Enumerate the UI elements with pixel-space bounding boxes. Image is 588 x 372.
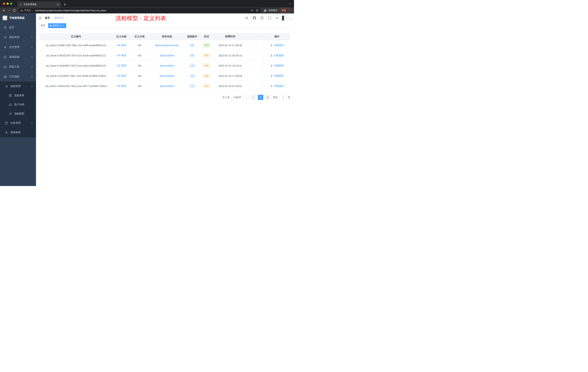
sidebar-item-process-model[interactable]: 流程模型 [0, 109, 36, 118]
reload-button[interactable] [12, 8, 17, 13]
goto-page-input[interactable] [279, 95, 287, 100]
gauge-icon [4, 26, 7, 29]
tag-close-icon[interactable] [62, 25, 64, 27]
tag-item[interactable]: 首页 [39, 23, 47, 28]
security-chip[interactable]: 不安全 [20, 9, 33, 12]
avatar-caret-icon[interactable] [290, 18, 292, 20]
sidebar-item-infra[interactable]: 基础设施 [0, 52, 36, 62]
sidebar-item-process-manage[interactable]: 流程管理 [0, 82, 36, 91]
minimize-window-button[interactable] [7, 2, 9, 5]
breadcrumb-home[interactable]: 首页 [45, 16, 50, 20]
address-bar[interactable]: 不安全 dashboard.yudao.iocoder.cn/bpm/manag… [18, 8, 261, 13]
definition-name-link[interactable]: OA 请假 [117, 64, 126, 67]
assign-rule-button[interactable]: 分配规则 [270, 54, 284, 57]
form-info-link[interactable]: /bpm/oa/flow [160, 64, 174, 67]
tag-label: 首页 [41, 24, 45, 27]
form-info-link[interactable]: /bpm/oa/flow [160, 54, 174, 57]
document-icon [9, 94, 12, 97]
form-info-link[interactable]: /bpm/oa/leave/create [155, 44, 179, 47]
definition-name-link[interactable]: OA 请假 [117, 85, 126, 88]
assign-rule-button[interactable]: 分配规则 [270, 74, 284, 77]
name-cell: OA 请假 [112, 81, 131, 91]
definition-name-link[interactable]: OA 请假 [117, 44, 126, 47]
question-icon: ? [260, 16, 264, 20]
key-icon[interactable] [251, 9, 254, 12]
form-info-link[interactable]: /bpm/oa/flow [160, 85, 174, 88]
chevron-down-icon [31, 36, 33, 38]
tab-search-chevron-icon[interactable] [289, 2, 291, 5]
assign-rule-button[interactable]: 分配规则 [270, 85, 284, 88]
column-header-id: 定义编号 [40, 33, 112, 40]
goto-prefix: 前往 [273, 96, 278, 99]
deployed_at-cell: 2022-01-22 21:48:38 [214, 40, 247, 50]
category-cell: OA [131, 71, 149, 81]
page-annotation: 流程模型 - 定义列表 [116, 15, 166, 22]
category-cell: OA [131, 61, 149, 71]
assign-rule-button[interactable]: 分配规则 [270, 44, 284, 47]
select-caret-icon [245, 97, 247, 98]
help-button[interactable]: ? [259, 15, 265, 21]
id-cell: oa_leave:2:3c1f0ef1-76b1-11ec-9c66-a2380… [40, 71, 112, 81]
next-page-button[interactable] [265, 95, 271, 100]
close-window-button[interactable] [3, 2, 5, 5]
tag-active[interactable]: 流程定义 [48, 23, 66, 28]
status-badge: 挂起 [202, 53, 210, 58]
browser-menu-icon[interactable] [287, 9, 290, 12]
goto-suffix: 页 [288, 96, 290, 99]
back-button[interactable] [1, 8, 7, 13]
browser-tab[interactable]: 芋道管理系统 [17, 1, 61, 7]
version-badge: v1 [189, 84, 195, 88]
forward-button[interactable] [7, 8, 12, 13]
form-info-link[interactable]: /bpm/oa/flow [160, 75, 174, 77]
sidebar-item-task-manage[interactable]: 任务管理 [0, 118, 36, 128]
bookmark-star-icon[interactable] [256, 9, 259, 12]
definition-name-link[interactable]: OA 请假 [117, 74, 126, 77]
name-cell: OA 请假 [112, 50, 131, 60]
fullscreen-button[interactable] [267, 15, 273, 21]
sidebar-item-label: 请假查询 [10, 131, 21, 134]
table-body: oa_leave:5:004b710b-7b8a-11ec-8ef0-acde4… [40, 40, 290, 91]
sidebar-item-payment[interactable]: ¥支付管理 [0, 42, 36, 52]
sidebar-item-leave-query[interactable]: 请假查询 [0, 128, 36, 137]
sidebar-item-label: 基础设施 [9, 55, 19, 59]
sidebar-toggle-button[interactable] [36, 16, 45, 20]
breadcrumb-current: 流程定义 [54, 16, 64, 20]
action-cell: 分配规则 [263, 40, 290, 50]
zoom-window-button[interactable] [10, 2, 12, 5]
form-cell: /bpm/oa/flow [149, 50, 185, 60]
sidebar-item-user-group[interactable]: 用户分组 [0, 100, 36, 109]
logo-avatar [2, 15, 8, 21]
update-button[interactable]: 更新 [280, 8, 292, 13]
id-cell: oa_leave:5:004b710b-7b8a-11ec-8ef0-acde4… [40, 40, 112, 50]
app-shell: 芋道管理系统 首页系统管理¥支付管理基础设施研发工具工作流程流程管理流程表单用户… [0, 13, 294, 186]
page-number-1[interactable]: 1 [258, 95, 263, 100]
tab-close-icon[interactable] [57, 3, 59, 6]
sidebar-item-system[interactable]: 系统管理 [0, 33, 36, 42]
page-size-select[interactable]: 10条/页 [231, 95, 249, 100]
github-button[interactable] [251, 15, 257, 21]
search-button[interactable] [244, 15, 250, 21]
user-icon [270, 44, 273, 46]
svg-text:?: ? [262, 17, 262, 19]
font-size-button[interactable]: TT [274, 15, 280, 21]
sidebar-item-home[interactable]: 首页 [0, 22, 36, 33]
sidebar-item-devtools[interactable]: 研发工具 [0, 62, 36, 72]
warning-icon [20, 9, 23, 12]
new-tab-button[interactable] [63, 2, 67, 7]
sidebar-item-process-form[interactable]: 流程表单 [0, 91, 36, 100]
version-badge: v5 [189, 43, 195, 47]
definition-name-link[interactable]: OA 请假 [117, 54, 126, 57]
category-cell: OA [131, 81, 149, 91]
goto-page: 前往 页 [273, 95, 290, 100]
prev-page-button[interactable] [251, 95, 256, 100]
name-cell: OA 请假 [112, 61, 131, 71]
chevron-right-icon [267, 96, 269, 98]
plus-icon [63, 3, 66, 6]
assign-rule-button[interactable]: 分配规则 [270, 64, 284, 67]
sidebar-item-label: 首页 [9, 26, 14, 29]
user-avatar[interactable] [282, 15, 289, 21]
sidebar-item-label: 研发工具 [9, 65, 19, 68]
sidebar-item-workflow[interactable]: 工作流程 [0, 72, 36, 82]
monitor-icon [4, 55, 7, 59]
incognito-badge: 无痕模式 [262, 9, 280, 12]
